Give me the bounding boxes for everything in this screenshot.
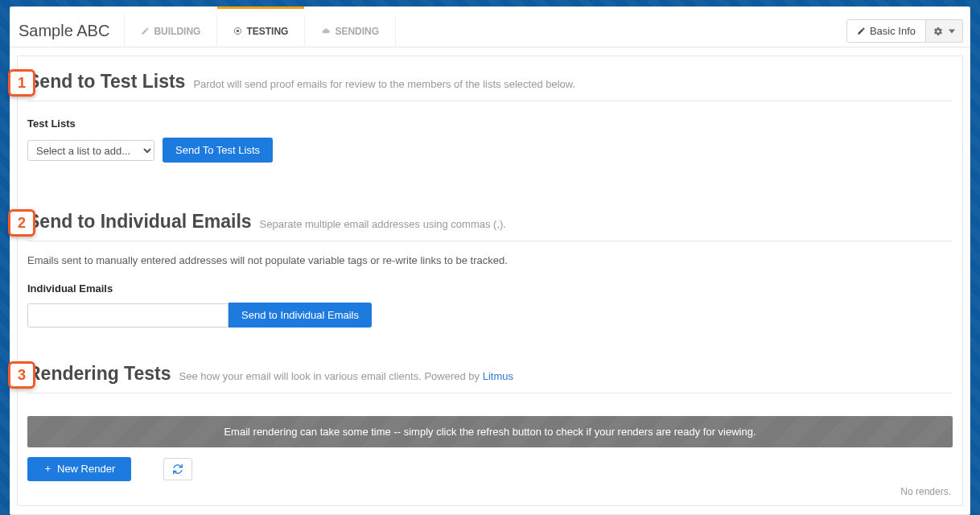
rendering-tests-section: 3 Rendering Tests See how your email wil… xyxy=(27,348,953,481)
svg-point-1 xyxy=(237,30,240,33)
litmus-link[interactable]: Litmus xyxy=(483,370,513,382)
section-title: Rendering Tests xyxy=(27,363,171,385)
individual-emails-row: Send to Individual Emails xyxy=(27,303,953,328)
section-header: Send to Test Lists Pardot will send proo… xyxy=(27,56,953,101)
page-title: Sample ABC xyxy=(15,22,116,40)
settings-menu-button[interactable] xyxy=(926,19,963,43)
new-render-label: New Render xyxy=(57,463,115,475)
section-header: Send to Individual Emails Separate multi… xyxy=(27,196,953,241)
content-card: 1 Send to Test Lists Pardot will send pr… xyxy=(17,56,963,506)
cloud-icon xyxy=(321,27,331,35)
send-to-test-lists-button[interactable]: Send To Test Lists xyxy=(163,138,273,163)
step-badge-2: 2 xyxy=(8,209,35,237)
render-banner: Email rendering can take some time -- si… xyxy=(27,416,953,447)
tab-sending[interactable]: SENDING xyxy=(305,15,396,47)
tab-label: SENDING xyxy=(335,26,379,37)
edit-icon xyxy=(141,27,150,35)
pencil-icon xyxy=(857,27,866,35)
subtitle-prefix: See how your email will look in various … xyxy=(179,370,483,382)
test-lists-row: Select a list to add... Send To Test Lis… xyxy=(27,138,953,163)
tab-strip: BUILDING TESTING SENDING xyxy=(124,15,396,47)
gear-icon xyxy=(933,27,943,36)
caret-down-icon xyxy=(949,28,955,35)
section-title: Send to Test Lists xyxy=(27,71,185,93)
section-subtitle: Separate multiple email addresses using … xyxy=(260,218,506,230)
top-bar: Sample ABC BUILDING TESTING SENDING xyxy=(10,15,970,47)
section-header: Rendering Tests See how your email will … xyxy=(27,348,953,393)
send-to-individual-emails-button[interactable]: Send to Individual Emails xyxy=(229,303,372,328)
refresh-icon xyxy=(172,464,183,475)
send-to-individual-emails-section: 2 Send to Individual Emails Separate mul… xyxy=(27,196,953,328)
test-list-select[interactable]: Select a list to add... xyxy=(27,140,154,161)
render-actions-row: New Render xyxy=(27,457,953,481)
individual-emails-note: Emails sent to manually entered addresse… xyxy=(27,254,953,266)
target-icon xyxy=(233,27,242,35)
send-to-test-lists-section: 1 Send to Test Lists Pardot will send pr… xyxy=(27,56,953,163)
test-lists-label: Test Lists xyxy=(27,117,953,130)
section-subtitle: See how your email will look in various … xyxy=(179,370,513,382)
step-badge-1: 1 xyxy=(8,69,35,97)
section-subtitle: Pardot will send proof emails for review… xyxy=(193,78,575,90)
basic-info-label: Basic Info xyxy=(870,25,916,37)
individual-emails-label: Individual Emails xyxy=(27,282,953,295)
section-title: Send to Individual Emails xyxy=(27,211,252,233)
tab-label: BUILDING xyxy=(154,26,200,37)
page-container: Sample ABC BUILDING TESTING SENDING xyxy=(10,6,970,515)
plus-icon xyxy=(43,464,52,473)
tab-label: TESTING xyxy=(246,26,288,37)
tab-testing[interactable]: TESTING xyxy=(217,15,305,47)
individual-emails-input[interactable] xyxy=(27,303,229,328)
no-renders-text: No renders. xyxy=(900,486,951,497)
new-render-button[interactable]: New Render xyxy=(27,457,131,481)
topbar-actions: Basic Info xyxy=(846,19,963,43)
step-badge-3: 3 xyxy=(8,361,35,389)
refresh-button[interactable] xyxy=(163,458,192,480)
basic-info-button[interactable]: Basic Info xyxy=(846,19,926,43)
tab-building[interactable]: BUILDING xyxy=(124,15,217,47)
